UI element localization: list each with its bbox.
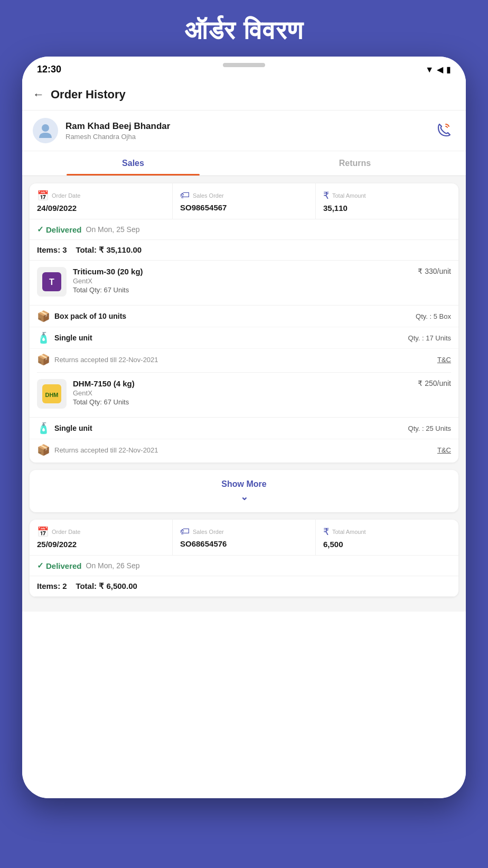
checkmark-icon-2: ✓ [37,561,44,570]
meta-total-amount-label: ₹ Total Amount [323,190,451,201]
product-info-2: DHM-7150 (4 kg) GentX Total Qty: 67 Unit… [73,379,411,406]
meta-order-date-value: 24/09/2022 [37,204,165,213]
meta-total-amount: ₹ Total Amount 35,110 [316,183,458,219]
meta-total-amount-value: 35,110 [323,204,451,213]
content-area: 📅 Order Date 24/09/2022 🏷 Sales Order SO… [22,176,466,612]
product-price-2: ₹ 250/unit [418,379,451,387]
notch [202,57,286,75]
chevron-down-icon: ⌄ [39,491,449,503]
product-img-1: T [37,267,67,297]
tag-icon: 🏷 [180,190,190,201]
header-title: Order History [51,88,126,101]
customer-info: Ram Khad Beej Bhandar Ramesh Chandra Ojh… [65,121,170,141]
meta-total-amount-value-2: 6,500 [323,540,451,549]
items-summary-1: Items: 3 Total: ₹ 35,110.00 [30,240,458,261]
app-content: ← Order History Ram Khad Beej Bhandar Ra… [22,79,466,798]
product-name-1: Triticum-30 (20 kg) [73,267,411,276]
order-card-2: 📅 Order Date 25/09/2022 🏷 Sales Order SO… [30,520,458,597]
product-item-2: DHM DHM-7150 (4 kg) GentX Total Qty: 67 … [30,373,458,418]
call-button[interactable] [432,119,455,142]
returns-row-1: 📦 Returns accepted till 22-Nov-2021 T&C [30,349,458,372]
rupee-icon: ₹ [323,190,329,201]
returns-row-2: 📦 Returns accepted till 22-Nov-2021 T&C [30,439,458,463]
meta-order-date-value-2: 25/09/2022 [37,540,165,549]
pack-label-single-2: 🧴 Single unit [37,422,92,435]
notch-pill [223,63,265,67]
phone-frame: 12:30 ▼ ◀ ▮ ← Order History Ram [22,57,466,798]
items-summary-2: Items: 2 Total: ₹ 6,500.00 [30,576,458,597]
delivery-status-2: ✓ Delivered On Mon, 26 Sep [30,556,458,576]
tnc-link-1[interactable]: T&C [437,356,451,364]
pack-label-box: 📦 Box pack of 10 units [37,310,126,322]
product-item-1: T Triticum-30 (20 kg) GentX Total Qty: 6… [30,261,458,306]
meta-order-date-2: 📅 Order Date 25/09/2022 [30,520,173,555]
customer-row: Ram Khad Beej Bhandar Ramesh Chandra Ojh… [22,110,466,151]
meta-sales-order-value: SO98654567 [180,203,308,212]
returns-icon-2: 📦 [37,444,50,456]
show-more-button[interactable]: Show More [39,479,449,489]
product-name-2: DHM-7150 (4 kg) [73,379,411,388]
customer-left: Ram Khad Beej Bhandar Ramesh Chandra Ojh… [33,118,170,143]
meta-sales-order-value-2: SO68654576 [180,539,308,548]
order-meta-2: 📅 Order Date 25/09/2022 🏷 Sales Order SO… [30,520,458,556]
pack-qty-box: Qty. : 5 Box [416,312,451,320]
pack-qty-single-2: Qty. : 25 Units [408,424,451,432]
tnc-link-2[interactable]: T&C [437,446,451,454]
customer-sub: Ramesh Chandra Ojha [65,133,170,141]
battery-icon: ▮ [446,64,451,75]
page-title: ऑर्डर विवरण [185,16,303,46]
single-unit-icon-1: 🧴 [37,331,50,344]
tabs: Sales Returns [22,151,466,176]
meta-sales-order: 🏷 Sales Order SO98654567 [173,183,316,219]
meta-order-date: 📅 Order Date 24/09/2022 [30,183,173,219]
product-header-1: T Triticum-30 (20 kg) GentX Total Qty: 6… [37,267,451,297]
returns-label-1: 📦 Returns accepted till 22-Nov-2021 [37,353,158,366]
back-button[interactable]: ← [33,88,44,101]
header: ← Order History [22,79,466,110]
pack-row-box: 📦 Box pack of 10 units Qty. : 5 Box [30,306,458,327]
signal-icon: ◀ [437,64,443,75]
calendar-icon: 📅 [37,190,49,201]
product-info-1: Triticum-30 (20 kg) GentX Total Qty: 67 … [73,267,411,294]
meta-sales-order-2: 🏷 Sales Order SO68654576 [173,520,316,555]
avatar [33,118,58,143]
delivery-date-2: On Mon, 26 Sep [86,561,140,570]
pack-label-single-1: 🧴 Single unit [37,331,92,344]
pack-qty-single-1: Qty. : 17 Units [408,334,451,342]
wifi-icon: ▼ [425,65,434,75]
product-brand-2: GentX [73,389,411,397]
product-qty-2: Total Qty: 67 Units [73,398,411,406]
tab-returns[interactable]: Returns [244,151,466,176]
product-price-1: ₹ 330/unit [418,267,451,275]
tab-sales[interactable]: Sales [22,151,244,176]
product-img-2: DHM [37,379,67,409]
page-title-container: ऑर्डर विवरण [174,0,313,57]
svg-point-0 [42,124,49,132]
meta-total-amount-2: ₹ Total Amount 6,500 [316,520,458,555]
meta-sales-order-label-2: 🏷 Sales Order [180,526,308,537]
product-header-2: DHM DHM-7150 (4 kg) GentX Total Qty: 67 … [37,379,451,409]
delivered-badge-2: ✓ Delivered [37,561,82,570]
product-qty-1: Total Qty: 67 Units [73,286,411,294]
delivery-status-1: ✓ Delivered On Mon, 25 Sep [30,219,458,240]
box-pack-icon: 📦 [37,310,50,322]
returns-icon-1: 📦 [37,353,50,366]
show-more-container[interactable]: Show More ⌄ [30,470,458,512]
pack-row-single-1: 🧴 Single unit Qty. : 17 Units [30,327,458,349]
order-card-1: 📅 Order Date 24/09/2022 🏷 Sales Order SO… [30,183,458,463]
delivery-date-1: On Mon, 25 Sep [86,225,140,234]
meta-total-amount-label-2: ₹ Total Amount [323,526,451,538]
status-time: 12:30 [37,64,61,75]
tag-icon-2: 🏷 [180,526,190,537]
product-brand-1: GentX [73,277,411,285]
meta-order-date-label: 📅 Order Date [37,190,165,201]
checkmark-icon: ✓ [37,225,44,234]
order-meta-1: 📅 Order Date 24/09/2022 🏷 Sales Order SO… [30,183,458,219]
meta-order-date-label-2: 📅 Order Date [37,526,165,538]
pack-row-single-2: 🧴 Single unit Qty. : 25 Units [30,418,458,439]
svg-text:T: T [49,278,54,287]
rupee-icon-2: ₹ [323,526,329,538]
meta-sales-order-label: 🏷 Sales Order [180,190,308,201]
svg-text:DHM: DHM [45,392,58,398]
returns-label-2: 📦 Returns accepted till 22-Nov-2021 [37,444,158,456]
